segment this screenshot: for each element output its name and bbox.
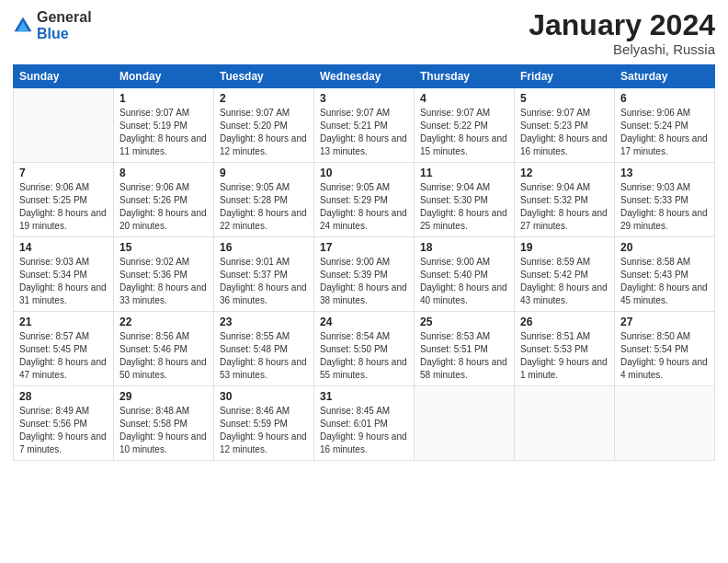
calendar-day-cell: 21 Sunrise: 8:57 AMSunset: 5:45 PMDaylig… — [14, 312, 114, 386]
calendar-title: January 2024 — [529, 9, 715, 41]
logo-text-general: General — [37, 9, 92, 25]
calendar-day-cell: 30 Sunrise: 8:46 AMSunset: 5:59 PMDaylig… — [214, 386, 314, 461]
calendar-day-cell: 3 Sunrise: 9:07 AMSunset: 5:21 PMDayligh… — [314, 88, 415, 163]
calendar-day-cell: 1 Sunrise: 9:07 AMSunset: 5:19 PMDayligh… — [114, 88, 214, 163]
calendar-day-cell: 11 Sunrise: 9:04 AMSunset: 5:30 PMDaylig… — [415, 163, 515, 237]
day-number: 2 — [220, 92, 308, 105]
calendar-day-cell — [415, 386, 515, 461]
day-detail: Sunrise: 9:06 AMSunset: 5:26 PMDaylight:… — [119, 181, 208, 233]
days-of-week-row: SundayMondayTuesdayWednesdayThursdayFrid… — [14, 65, 715, 88]
calendar-day-cell — [615, 386, 715, 461]
calendar-day-cell: 14 Sunrise: 9:03 AMSunset: 5:34 PMDaylig… — [14, 237, 114, 312]
day-number: 9 — [220, 167, 308, 179]
day-number: 12 — [520, 167, 609, 179]
calendar-table: SundayMondayTuesdayWednesdayThursdayFrid… — [13, 64, 715, 461]
day-of-week-header: Saturday — [615, 65, 715, 88]
calendar-day-cell: 22 Sunrise: 8:56 AMSunset: 5:46 PMDaylig… — [114, 312, 214, 386]
calendar-day-cell: 29 Sunrise: 8:48 AMSunset: 5:58 PMDaylig… — [114, 386, 214, 461]
day-number: 17 — [320, 241, 408, 254]
calendar-day-cell — [14, 88, 114, 163]
day-detail: Sunrise: 8:49 AMSunset: 5:56 PMDaylight:… — [19, 405, 108, 456]
calendar-day-cell: 15 Sunrise: 9:02 AMSunset: 5:36 PMDaylig… — [114, 237, 214, 312]
day-number: 16 — [220, 241, 308, 254]
day-of-week-header: Friday — [515, 65, 615, 88]
day-number: 14 — [19, 241, 108, 254]
calendar-day-cell: 9 Sunrise: 9:05 AMSunset: 5:28 PMDayligh… — [214, 163, 314, 237]
day-number: 18 — [420, 241, 508, 254]
day-detail: Sunrise: 9:00 AMSunset: 5:40 PMDaylight:… — [420, 256, 508, 307]
calendar-week-row: 28 Sunrise: 8:49 AMSunset: 5:56 PMDaylig… — [14, 386, 715, 461]
day-of-week-header: Sunday — [14, 65, 114, 88]
day-detail: Sunrise: 9:03 AMSunset: 5:33 PMDaylight:… — [620, 181, 709, 233]
calendar-location: Belyashi, Russia — [529, 41, 715, 57]
day-detail: Sunrise: 9:07 AMSunset: 5:20 PMDaylight:… — [220, 107, 308, 158]
title-block: January 2024 Belyashi, Russia — [529, 9, 715, 57]
calendar-day-cell: 17 Sunrise: 9:00 AMSunset: 5:39 PMDaylig… — [314, 237, 415, 312]
day-detail: Sunrise: 8:54 AMSunset: 5:50 PMDaylight:… — [320, 330, 408, 382]
day-detail: Sunrise: 8:53 AMSunset: 5:51 PMDaylight:… — [420, 330, 508, 382]
day-number: 25 — [420, 316, 508, 328]
calendar-day-cell: 7 Sunrise: 9:06 AMSunset: 5:25 PMDayligh… — [14, 163, 114, 237]
day-number: 15 — [119, 241, 208, 254]
calendar-body: 1 Sunrise: 9:07 AMSunset: 5:19 PMDayligh… — [14, 88, 715, 461]
page-header: General Blue January 2024 Belyashi, Russ… — [13, 9, 715, 57]
day-detail: Sunrise: 8:48 AMSunset: 5:58 PMDaylight:… — [119, 405, 208, 456]
calendar-day-cell: 27 Sunrise: 8:50 AMSunset: 5:54 PMDaylig… — [615, 312, 715, 386]
calendar-day-cell: 5 Sunrise: 9:07 AMSunset: 5:23 PMDayligh… — [515, 88, 615, 163]
day-detail: Sunrise: 8:45 AMSunset: 6:01 PMDaylight:… — [320, 405, 408, 456]
day-detail: Sunrise: 8:59 AMSunset: 5:42 PMDaylight:… — [520, 256, 609, 307]
day-detail: Sunrise: 9:06 AMSunset: 5:24 PMDaylight:… — [620, 107, 709, 158]
day-detail: Sunrise: 9:01 AMSunset: 5:37 PMDaylight:… — [220, 256, 308, 307]
day-detail: Sunrise: 8:57 AMSunset: 5:45 PMDaylight:… — [19, 330, 108, 382]
day-number: 4 — [420, 92, 508, 105]
day-number: 7 — [19, 167, 108, 179]
day-number: 23 — [220, 316, 308, 328]
calendar-day-cell — [515, 386, 615, 461]
calendar-day-cell: 25 Sunrise: 8:53 AMSunset: 5:51 PMDaylig… — [415, 312, 515, 386]
day-detail: Sunrise: 9:07 AMSunset: 5:22 PMDaylight:… — [420, 107, 508, 158]
calendar-day-cell: 16 Sunrise: 9:01 AMSunset: 5:37 PMDaylig… — [214, 237, 314, 312]
day-detail: Sunrise: 9:02 AMSunset: 5:36 PMDaylight:… — [119, 256, 208, 307]
day-detail: Sunrise: 8:55 AMSunset: 5:48 PMDaylight:… — [220, 330, 308, 382]
calendar-day-cell: 26 Sunrise: 8:51 AMSunset: 5:53 PMDaylig… — [515, 312, 615, 386]
day-detail: Sunrise: 9:03 AMSunset: 5:34 PMDaylight:… — [19, 256, 108, 307]
calendar-week-row: 1 Sunrise: 9:07 AMSunset: 5:19 PMDayligh… — [14, 88, 715, 163]
day-detail: Sunrise: 9:07 AMSunset: 5:21 PMDaylight:… — [320, 107, 408, 158]
logo: General Blue — [13, 9, 92, 42]
day-detail: Sunrise: 9:07 AMSunset: 5:23 PMDaylight:… — [520, 107, 609, 158]
day-number: 29 — [119, 390, 208, 403]
calendar-day-cell: 23 Sunrise: 8:55 AMSunset: 5:48 PMDaylig… — [214, 312, 314, 386]
day-number: 31 — [320, 390, 408, 403]
logo-text-blue: Blue — [37, 26, 69, 41]
day-number: 8 — [119, 167, 208, 179]
calendar-week-row: 7 Sunrise: 9:06 AMSunset: 5:25 PMDayligh… — [14, 163, 715, 237]
calendar-header: SundayMondayTuesdayWednesdayThursdayFrid… — [14, 65, 715, 88]
calendar-week-row: 21 Sunrise: 8:57 AMSunset: 5:45 PMDaylig… — [14, 312, 715, 386]
day-detail: Sunrise: 9:04 AMSunset: 5:30 PMDaylight:… — [420, 181, 508, 233]
day-number: 28 — [19, 390, 108, 403]
calendar-day-cell: 31 Sunrise: 8:45 AMSunset: 6:01 PMDaylig… — [314, 386, 415, 461]
page-container: General Blue January 2024 Belyashi, Russ… — [0, 0, 728, 563]
day-detail: Sunrise: 9:00 AMSunset: 5:39 PMDaylight:… — [320, 256, 408, 307]
calendar-day-cell: 13 Sunrise: 9:03 AMSunset: 5:33 PMDaylig… — [615, 163, 715, 237]
day-detail: Sunrise: 8:58 AMSunset: 5:43 PMDaylight:… — [620, 256, 709, 307]
day-number: 24 — [320, 316, 408, 328]
day-number: 6 — [620, 92, 709, 105]
calendar-day-cell: 24 Sunrise: 8:54 AMSunset: 5:50 PMDaylig… — [314, 312, 415, 386]
calendar-day-cell: 6 Sunrise: 9:06 AMSunset: 5:24 PMDayligh… — [615, 88, 715, 163]
day-detail: Sunrise: 8:50 AMSunset: 5:54 PMDaylight:… — [620, 330, 709, 382]
calendar-day-cell: 4 Sunrise: 9:07 AMSunset: 5:22 PMDayligh… — [415, 88, 515, 163]
day-detail: Sunrise: 8:46 AMSunset: 5:59 PMDaylight:… — [220, 405, 308, 456]
day-detail: Sunrise: 9:05 AMSunset: 5:28 PMDaylight:… — [220, 181, 308, 233]
calendar-day-cell: 19 Sunrise: 8:59 AMSunset: 5:42 PMDaylig… — [515, 237, 615, 312]
day-number: 1 — [119, 92, 208, 105]
calendar-day-cell: 12 Sunrise: 9:04 AMSunset: 5:32 PMDaylig… — [515, 163, 615, 237]
calendar-day-cell: 28 Sunrise: 8:49 AMSunset: 5:56 PMDaylig… — [14, 386, 114, 461]
day-detail: Sunrise: 8:56 AMSunset: 5:46 PMDaylight:… — [119, 330, 208, 382]
day-detail: Sunrise: 9:05 AMSunset: 5:29 PMDaylight:… — [320, 181, 408, 233]
day-of-week-header: Tuesday — [214, 65, 314, 88]
day-detail: Sunrise: 9:04 AMSunset: 5:32 PMDaylight:… — [520, 181, 609, 233]
day-detail: Sunrise: 9:06 AMSunset: 5:25 PMDaylight:… — [19, 181, 108, 233]
day-number: 20 — [620, 241, 709, 254]
day-number: 21 — [19, 316, 108, 328]
